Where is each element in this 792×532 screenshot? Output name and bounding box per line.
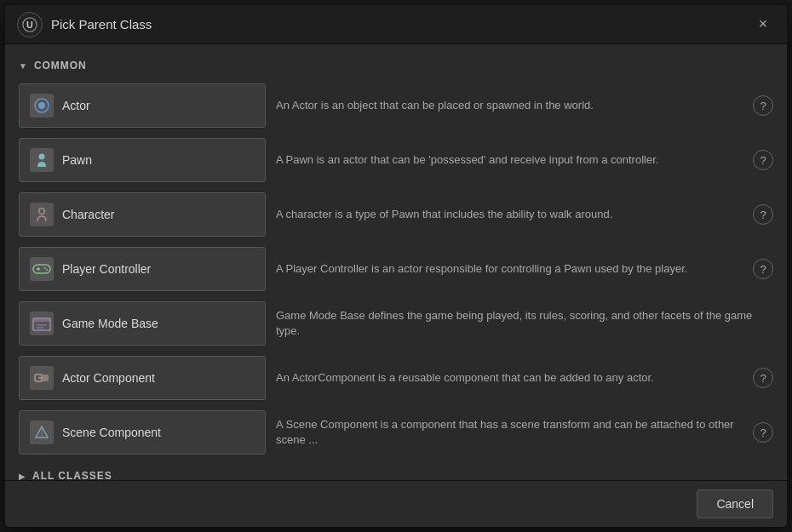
svg-rect-14 xyxy=(33,318,50,322)
actor-help-button[interactable]: ? xyxy=(753,95,773,116)
common-class-list: Actor An Actor is an object that can be … xyxy=(19,80,773,458)
actorcomponent-class-button[interactable]: Actor Component xyxy=(19,356,266,400)
all-classes-section-label: ALL CLASSES xyxy=(32,470,112,480)
scenecomponent-description: A Scene Component is a component that ha… xyxy=(276,417,743,448)
character-description: A character is a type of Pawn that inclu… xyxy=(276,207,743,222)
actorcomponent-help-button[interactable]: ? xyxy=(753,368,773,388)
all-classes-section-header[interactable]: ▶ ALL CLASSES xyxy=(19,458,773,480)
ue-logo: U xyxy=(17,12,43,37)
dialog-title: Pick Parent Class xyxy=(51,17,152,31)
list-item[interactable]: Actor An Actor is an object that can be … xyxy=(19,80,773,131)
list-item[interactable]: Pawn A Pawn is an actor that can be 'pos… xyxy=(19,134,773,186)
list-item[interactable]: Game Mode Base Game Mode Base defines th… xyxy=(19,298,773,349)
list-item[interactable]: Player Controller A Player Controller is… xyxy=(19,243,773,295)
list-item[interactable]: Actor Component An ActorComponent is a r… xyxy=(19,352,773,403)
common-chevron-icon: ▼ xyxy=(19,61,27,71)
actorcomponent-description: An ActorComponent is a reusable componen… xyxy=(276,370,743,386)
gamemodebase-class-button[interactable]: Game Mode Base xyxy=(19,301,266,346)
close-button[interactable]: × xyxy=(751,13,775,37)
svg-point-7 xyxy=(43,209,45,211)
character-class-button[interactable]: Character xyxy=(19,192,266,237)
list-item[interactable]: Scene Component A Scene Component is a c… xyxy=(19,407,773,458)
title-bar: U Pick Parent Class × xyxy=(5,5,787,44)
playercontroller-description: A Player Controller is an actor responsi… xyxy=(276,261,743,277)
svg-point-12 xyxy=(46,269,48,271)
pawn-description: A Pawn is an actor that can be 'possesse… xyxy=(276,152,743,168)
scenecomponent-class-button[interactable]: Scene Component xyxy=(19,410,266,455)
scenecomponent-label: Scene Component xyxy=(62,426,161,439)
character-label: Character xyxy=(62,208,114,221)
svg-rect-18 xyxy=(42,375,49,381)
playercontroller-help-button[interactable]: ? xyxy=(753,259,773,279)
actor-icon xyxy=(30,94,54,117)
gamemodebase-icon xyxy=(30,312,54,335)
dialog-footer: Cancel xyxy=(5,480,787,527)
svg-point-6 xyxy=(39,209,41,211)
content-area: ▼ COMMON Actor An Actor is an object tha… xyxy=(5,44,787,480)
playercontroller-class-button[interactable]: Player Controller xyxy=(19,247,266,291)
pawn-icon xyxy=(30,148,54,172)
playercontroller-icon xyxy=(30,257,54,281)
svg-point-3 xyxy=(38,102,45,109)
common-section-header[interactable]: ▼ COMMON xyxy=(19,54,773,80)
svg-point-4 xyxy=(39,154,45,160)
pick-parent-class-dialog: U Pick Parent Class × ▼ COMMON xyxy=(4,4,788,528)
character-icon xyxy=(30,203,54,226)
svg-rect-8 xyxy=(33,265,50,273)
actorcomponent-icon xyxy=(30,366,54,390)
actor-description: An Actor is an object that can be placed… xyxy=(276,98,743,113)
scenecomponent-icon xyxy=(30,420,54,444)
scenecomponent-help-button[interactable]: ? xyxy=(753,422,773,443)
svg-point-5 xyxy=(39,209,45,215)
svg-text:U: U xyxy=(26,19,33,29)
common-section-label: COMMON xyxy=(34,60,87,72)
svg-point-11 xyxy=(44,267,46,269)
playercontroller-label: Player Controller xyxy=(62,262,151,276)
pawn-class-button[interactable]: Pawn xyxy=(19,138,266,182)
pawn-label: Pawn xyxy=(62,153,92,167)
character-help-button[interactable]: ? xyxy=(753,204,773,225)
pawn-help-button[interactable]: ? xyxy=(753,150,773,170)
cancel-button[interactable]: Cancel xyxy=(697,489,773,518)
actor-class-button[interactable]: Actor xyxy=(19,83,266,128)
actorcomponent-label: Actor Component xyxy=(62,371,155,385)
title-bar-left: U Pick Parent Class xyxy=(17,12,152,37)
list-item[interactable]: Character A character is a type of Pawn … xyxy=(19,189,773,240)
gamemodebase-label: Game Mode Base xyxy=(62,317,158,330)
gamemodebase-description: Game Mode Base defines the game being pl… xyxy=(276,308,773,339)
actor-label: Actor xyxy=(62,99,90,112)
all-classes-chevron-icon: ▶ xyxy=(19,472,26,481)
